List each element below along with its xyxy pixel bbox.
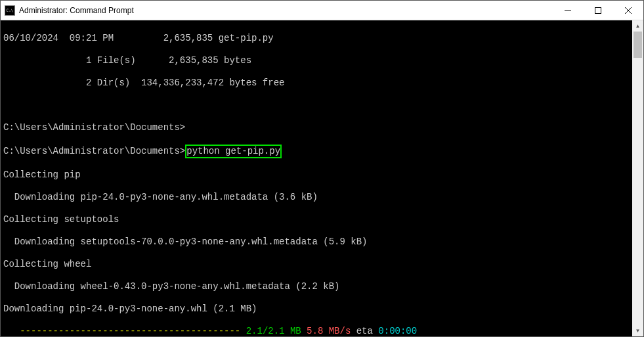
close-button[interactable] [613,1,643,20]
progress-line: ----------------------------------------… [3,326,630,336]
maximize-button[interactable] [583,1,613,20]
svg-rect-1 [595,7,601,13]
close-icon [625,7,632,14]
progress-bar: ---------------------------------------- [3,326,246,336]
output-line: Collecting wheel [3,259,630,270]
prompt-line: C:\Users\Administrator\Documents> [3,122,630,133]
scroll-up-arrow[interactable]: ▲ [632,20,643,32]
scroll-track[interactable] [632,32,643,325]
minimize-button[interactable] [553,1,583,20]
output-line: Collecting pip [3,169,630,181]
output-line: Downloading pip-24.0-py3-none-any.whl.me… [3,192,630,203]
window-controls [553,1,643,20]
prompt-path: C:\Users\Administrator\Documents> [3,146,185,156]
terminal-output[interactable]: 06/10/2024 09:21 PM 2,635,835 get-pip.py… [1,20,632,336]
output-line: Downloading setuptools-70.0.0-py3-none-a… [3,236,630,248]
minimize-icon [565,7,571,14]
progress-size: 2.1/2.1 MB [246,326,301,336]
window-title: Administrator: Command Prompt [19,6,553,15]
output-line: 2 Dir(s) 134,336,233,472 bytes free [3,78,630,89]
progress-speed: 5.8 MB/s [301,326,351,336]
output-line: 1 File(s) 2,635,835 bytes [3,55,630,66]
command-prompt-window: Administrator: Command Prompt 06/10/2024… [0,0,644,337]
progress-eta: 0:00:00 [378,326,417,336]
terminal-area: 06/10/2024 09:21 PM 2,635,835 get-pip.py… [1,20,643,336]
prompt-line: C:\Users\Administrator\Documents>python … [3,145,630,158]
cmd-icon [5,5,15,16]
output-line: Downloading pip-24.0-py3-none-any.whl (2… [3,303,630,315]
output-line: Downloading wheel-0.43.0-py3-none-any.wh… [3,281,630,292]
vertical-scrollbar[interactable]: ▲ ▼ [632,20,643,336]
output-line [3,100,630,111]
highlight-command: python get-pip.py [185,145,282,158]
output-line: Collecting setuptools [3,214,630,225]
progress-eta-label: eta [351,326,378,336]
scroll-thumb[interactable] [633,32,642,58]
maximize-icon [595,7,601,14]
output-line: 06/10/2024 09:21 PM 2,635,835 get-pip.py [3,33,630,44]
scroll-down-arrow[interactable]: ▼ [632,325,643,336]
titlebar[interactable]: Administrator: Command Prompt [1,1,643,20]
